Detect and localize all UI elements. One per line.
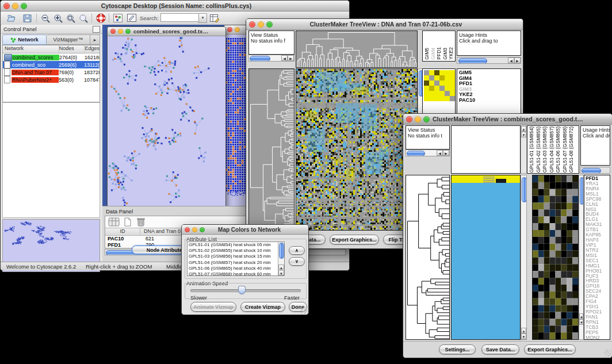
move-up-button[interactable]: ∧ [289,246,305,255]
float-panel-icon[interactable] [93,26,100,33]
main-title-bar[interactable]: Cytoscape Desktop (Session Name: collins… [1,1,349,12]
tv1-column-label[interactable]: PAC10 [455,45,456,60]
network-overview-icon[interactable] [112,13,124,23]
attribute-item[interactable]: GPL51-04 (GSM857) heat shock 20 min [188,260,284,266]
network-table-row[interactable]: DNA and Tran 07 769(0) 183728(0) [3,68,100,76]
minimize-button[interactable] [415,116,421,122]
tab-network[interactable]: Network [2,35,47,45]
tv1-hints-hscrollbar[interactable]: ◀ ▶ [457,57,521,64]
tv2-column-label[interactable]: GPL51-06 (GSM865) [556,127,561,173]
tv1-column-label[interactable]: YKE2 [449,47,454,60]
tv2-zoom-heatmap-canvas[interactable] [533,175,578,339]
speed-slider-thumb[interactable] [238,286,246,294]
tv2-global-heatmap-canvas[interactable] [452,175,520,339]
col-id[interactable]: ID [105,228,140,235]
minimize-button[interactable] [118,29,123,34]
minimize-button[interactable] [235,27,240,32]
network-table-row[interactable]: RNAPuberNov2+ 563(0) 107847(0) [3,76,100,83]
tv1-column-dendrogram-canvas[interactable] [296,31,417,67]
network-table-row[interactable]: combined_sco 2569(6) 13112(15) [3,61,100,68]
search-input[interactable] [160,13,200,22]
scroll-left-arrow[interactable]: ◀ [437,150,443,156]
tv2-gene-label[interactable]: MON2 [586,335,610,340]
save-data-button[interactable]: Save Data... [481,344,519,354]
scroll-up-arrow[interactable]: ▲ [521,328,526,334]
scroll-right-arrow[interactable]: ▶ [514,58,521,63]
close-button[interactable] [3,3,10,9]
tv2-column-label[interactable]: GPL51-07 (GSM868) [563,127,568,173]
attribute-item[interactable]: GPL51-03 (GSM856) heat shock 15 min [188,254,284,259]
tv2-column-label[interactable]: GPL51-02 (GSM855) [536,127,541,173]
tv2-status-hscrollbar[interactable]: ◀ ▶ [406,150,450,156]
vscroll-thumb[interactable] [522,177,527,202]
scroll-down-arrow[interactable]: ▼ [579,319,583,325]
tv2-column-label[interactable]: GPL51-08 (GSM872) [569,127,574,173]
minimize-button[interactable] [192,227,197,232]
tv1-heatmap-canvas[interactable] [296,69,417,230]
col-nodes[interactable]: Nodes [59,45,85,53]
settings-button[interactable]: Settings... [439,344,476,354]
scroll-up-arrow[interactable]: ▲ [579,313,583,319]
tv2-zoom-vscrollbar[interactable]: ▲ ▼ [579,175,584,340]
resize-grip[interactable] [605,350,611,357]
tv2-column-label[interactable]: GPL51-01 (GSM854) [529,127,534,173]
close-button[interactable] [249,21,255,28]
tv1-gene-label[interactable]: PAC10 [459,98,521,104]
attribute-item[interactable]: GPL51-06 (GSM865) heat shock 40 min [188,266,284,271]
close-button[interactable] [227,27,232,32]
scroll-left-arrow[interactable]: ◀ [281,55,288,61]
tv2-column-label[interactable]: GPL51-04 (GSM857) [549,127,554,173]
tv2-vscrollbar[interactable]: ▲ ▼ [521,175,527,340]
close-button[interactable] [110,29,116,34]
create-vizmap-button[interactable]: Create Vizmap [240,302,285,312]
export-graphics-button[interactable]: Export Graphics... [330,235,379,244]
save-session-icon[interactable] [21,13,33,23]
tv1-column-label[interactable]: GIM3 [443,48,448,60]
zoom-button[interactable] [200,227,205,232]
scroll-right-arrow[interactable]: ▶ [443,150,449,156]
treeview2-title-bar[interactable]: ClusterMaker TreeView : combined_scores_… [403,114,612,125]
tv2-column-label[interactable]: GPL51-03 (GSM856) [542,127,548,173]
search-dropdown-button[interactable]: ▼ [198,13,207,23]
scroll-right-arrow[interactable]: ▶ [288,55,294,61]
scroll-down-arrow[interactable]: ▼ [521,132,526,137]
animate-vizmap-button[interactable]: Animate Vizmap [190,302,236,312]
zoom-button[interactable] [423,116,430,122]
col-edges[interactable]: Edges [85,45,100,53]
minimize-button[interactable] [258,21,264,28]
open-session-icon[interactable] [6,13,18,23]
close-button[interactable] [185,227,190,232]
tab-overflow-button[interactable]: ► [90,35,100,45]
network-window-title-bar[interactable]: combined_scores_good.txt--cluste... [108,27,225,36]
hscroll-thumb[interactable] [407,151,425,156]
hscroll-thumb[interactable] [582,168,601,174]
close-button[interactable] [406,116,412,122]
vscroll-thumb[interactable] [279,243,284,259]
export-graphics-button[interactable]: Export Graphics... [524,344,576,354]
scroll-up-arrow[interactable]: ▲ [521,126,526,132]
col-network[interactable]: Network [3,45,59,53]
table-edit-icon[interactable] [209,13,220,23]
network-table-row[interactable]: combined_scores 2764(0) 16218(0) [3,53,100,61]
attribute-list-vscrollbar[interactable]: ▲ ▼ [278,242,284,275]
new-attribute-icon[interactable] [123,217,132,229]
tv1-zoom-submatrix-canvas[interactable] [424,70,455,101]
resize-grip[interactable] [301,307,308,314]
treeview1-title-bar[interactable]: ClusterMaker TreeView : DNA and Tran 07-… [246,19,523,30]
hscroll-thumb[interactable] [250,56,270,62]
tv1-column-label[interactable]: GIM5 [424,48,430,60]
annotation-icon[interactable] [126,13,137,23]
delete-attribute-icon[interactable] [137,217,145,229]
tv1-column-label[interactable]: GIM4 [431,48,436,60]
tv2-top-dendrogram-area[interactable] [451,125,521,174]
tab-vizmapper[interactable]: VizMapper™ [47,35,90,45]
scroll-up-arrow[interactable]: ▲ [278,265,284,270]
hscroll-thumb[interactable] [458,58,487,64]
vscroll-thumb[interactable] [580,177,584,205]
network-canvas[interactable] [108,36,224,210]
zoom-out-icon[interactable] [40,13,51,23]
scroll-down-arrow[interactable]: ▼ [521,334,526,339]
help-lifebuoy-icon[interactable] [95,13,106,23]
scroll-left-arrow[interactable]: ◀ [508,58,514,63]
scroll-down-arrow[interactable]: ▼ [278,270,284,275]
